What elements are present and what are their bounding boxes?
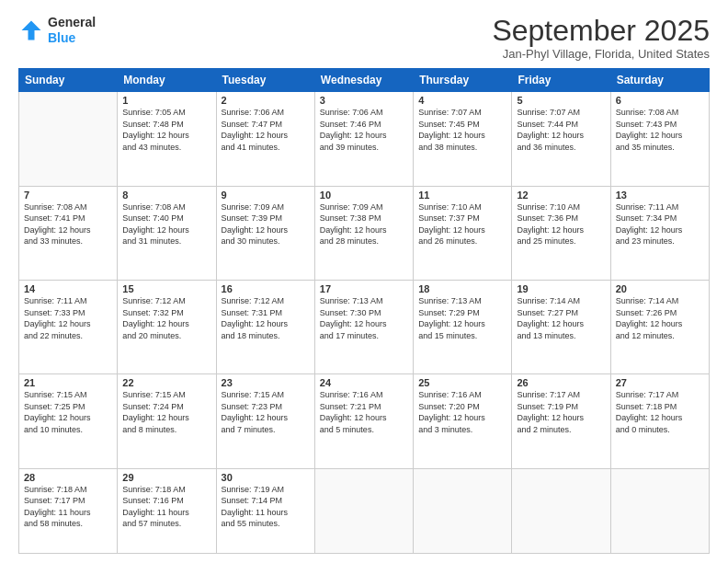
calendar-cell: 18Sunrise: 7:13 AM Sunset: 7:29 PM Dayli… <box>414 280 512 373</box>
location: Jan-Phyl Village, Florida, United States <box>492 47 710 61</box>
day-number: 24 <box>320 377 408 388</box>
calendar-cell: 27Sunrise: 7:17 AM Sunset: 7:18 PM Dayli… <box>610 374 709 468</box>
day-info: Sunrise: 7:17 AM Sunset: 7:19 PM Dayligh… <box>517 389 605 435</box>
calendar-cell: 28Sunrise: 7:18 AM Sunset: 7:17 PM Dayli… <box>19 468 118 553</box>
svg-marker-0 <box>22 20 41 40</box>
calendar-cell: 11Sunrise: 7:10 AM Sunset: 7:37 PM Dayli… <box>414 186 512 280</box>
day-number: 5 <box>517 95 605 106</box>
day-number: 2 <box>222 95 310 106</box>
day-info: Sunrise: 7:14 AM Sunset: 7:27 PM Dayligh… <box>517 295 605 341</box>
day-info: Sunrise: 7:08 AM Sunset: 7:41 PM Dayligh… <box>24 201 112 247</box>
calendar-cell: 22Sunrise: 7:15 AM Sunset: 7:24 PM Dayli… <box>118 374 216 468</box>
day-number: 21 <box>24 377 112 388</box>
calendar-cell: 17Sunrise: 7:13 AM Sunset: 7:30 PM Dayli… <box>314 280 413 373</box>
day-number: 7 <box>24 190 112 201</box>
day-number: 1 <box>122 95 210 106</box>
title-block: September 2025 Jan-Phyl Village, Florida… <box>492 15 710 61</box>
day-number: 8 <box>122 190 210 201</box>
day-info: Sunrise: 7:07 AM Sunset: 7:44 PM Dayligh… <box>517 107 605 153</box>
calendar-cell <box>414 468 512 553</box>
calendar-cell: 9Sunrise: 7:09 AM Sunset: 7:39 PM Daylig… <box>216 186 314 280</box>
day-info: Sunrise: 7:09 AM Sunset: 7:39 PM Dayligh… <box>222 201 310 247</box>
day-info: Sunrise: 7:05 AM Sunset: 7:48 PM Dayligh… <box>122 107 210 153</box>
day-info: Sunrise: 7:15 AM Sunset: 7:23 PM Dayligh… <box>222 389 310 435</box>
day-info: Sunrise: 7:19 AM Sunset: 7:14 PM Dayligh… <box>222 484 310 530</box>
calendar-header-friday: Friday <box>512 69 610 92</box>
calendar-cell: 29Sunrise: 7:18 AM Sunset: 7:16 PM Dayli… <box>118 468 216 553</box>
day-number: 13 <box>616 190 704 201</box>
calendar-header-sunday: Sunday <box>19 69 118 92</box>
calendar-cell: 21Sunrise: 7:15 AM Sunset: 7:25 PM Dayli… <box>19 374 118 468</box>
calendar-header-tuesday: Tuesday <box>216 69 314 92</box>
day-info: Sunrise: 7:15 AM Sunset: 7:25 PM Dayligh… <box>24 389 112 435</box>
day-info: Sunrise: 7:16 AM Sunset: 7:21 PM Dayligh… <box>320 389 408 435</box>
logo-general: General <box>48 15 96 29</box>
calendar-cell <box>512 468 610 553</box>
day-number: 20 <box>616 283 704 294</box>
calendar-cell: 30Sunrise: 7:19 AM Sunset: 7:14 PM Dayli… <box>216 468 314 553</box>
calendar-cell: 20Sunrise: 7:14 AM Sunset: 7:26 PM Dayli… <box>610 280 709 373</box>
calendar-header-thursday: Thursday <box>414 69 512 92</box>
logo-text: General Blue <box>48 15 96 46</box>
calendar-cell: 4Sunrise: 7:07 AM Sunset: 7:45 PM Daylig… <box>414 92 512 186</box>
calendar-cell: 3Sunrise: 7:06 AM Sunset: 7:46 PM Daylig… <box>314 92 413 186</box>
calendar-cell: 25Sunrise: 7:16 AM Sunset: 7:20 PM Dayli… <box>414 374 512 468</box>
month-title: September 2025 <box>492 15 710 47</box>
calendar-cell: 14Sunrise: 7:11 AM Sunset: 7:33 PM Dayli… <box>19 280 118 373</box>
day-number: 14 <box>24 283 112 294</box>
calendar-cell: 23Sunrise: 7:15 AM Sunset: 7:23 PM Dayli… <box>216 374 314 468</box>
day-number: 4 <box>418 95 506 106</box>
day-info: Sunrise: 7:09 AM Sunset: 7:38 PM Dayligh… <box>320 201 408 247</box>
calendar-week-1: 7Sunrise: 7:08 AM Sunset: 7:41 PM Daylig… <box>19 186 710 280</box>
day-number: 15 <box>122 283 210 294</box>
day-number: 26 <box>517 377 605 388</box>
day-info: Sunrise: 7:17 AM Sunset: 7:18 PM Dayligh… <box>616 389 704 435</box>
calendar-header-saturday: Saturday <box>610 69 709 92</box>
calendar-cell: 26Sunrise: 7:17 AM Sunset: 7:19 PM Dayli… <box>512 374 610 468</box>
day-info: Sunrise: 7:07 AM Sunset: 7:45 PM Dayligh… <box>418 107 506 153</box>
calendar-cell <box>314 468 413 553</box>
calendar-cell: 24Sunrise: 7:16 AM Sunset: 7:21 PM Dayli… <box>314 374 413 468</box>
day-info: Sunrise: 7:12 AM Sunset: 7:32 PM Dayligh… <box>122 295 210 341</box>
day-number: 11 <box>418 190 506 201</box>
day-number: 30 <box>222 472 310 483</box>
day-number: 28 <box>24 472 112 483</box>
day-info: Sunrise: 7:10 AM Sunset: 7:37 PM Dayligh… <box>418 201 506 247</box>
calendar-week-3: 21Sunrise: 7:15 AM Sunset: 7:25 PM Dayli… <box>19 374 710 468</box>
day-number: 6 <box>616 95 704 106</box>
day-number: 12 <box>517 190 605 201</box>
calendar-week-0: 1Sunrise: 7:05 AM Sunset: 7:48 PM Daylig… <box>19 92 710 186</box>
day-number: 27 <box>616 377 704 388</box>
calendar-cell: 2Sunrise: 7:06 AM Sunset: 7:47 PM Daylig… <box>216 92 314 186</box>
calendar-cell: 1Sunrise: 7:05 AM Sunset: 7:48 PM Daylig… <box>118 92 216 186</box>
day-info: Sunrise: 7:06 AM Sunset: 7:47 PM Dayligh… <box>222 107 310 153</box>
day-info: Sunrise: 7:11 AM Sunset: 7:34 PM Dayligh… <box>616 201 704 247</box>
calendar-cell: 19Sunrise: 7:14 AM Sunset: 7:27 PM Dayli… <box>512 280 610 373</box>
calendar-cell: 5Sunrise: 7:07 AM Sunset: 7:44 PM Daylig… <box>512 92 610 186</box>
day-number: 9 <box>222 190 310 201</box>
day-info: Sunrise: 7:18 AM Sunset: 7:16 PM Dayligh… <box>122 484 210 530</box>
day-info: Sunrise: 7:11 AM Sunset: 7:33 PM Dayligh… <box>24 295 112 341</box>
header: General Blue September 2025 Jan-Phyl Vil… <box>18 15 710 61</box>
day-number: 10 <box>320 190 408 201</box>
calendar-cell <box>19 92 118 186</box>
calendar-cell: 10Sunrise: 7:09 AM Sunset: 7:38 PM Dayli… <box>314 186 413 280</box>
day-number: 22 <box>122 377 210 388</box>
day-info: Sunrise: 7:13 AM Sunset: 7:30 PM Dayligh… <box>320 295 408 341</box>
calendar-week-4: 28Sunrise: 7:18 AM Sunset: 7:17 PM Dayli… <box>19 468 710 553</box>
day-info: Sunrise: 7:12 AM Sunset: 7:31 PM Dayligh… <box>222 295 310 341</box>
calendar-header-monday: Monday <box>118 69 216 92</box>
day-info: Sunrise: 7:06 AM Sunset: 7:46 PM Dayligh… <box>320 107 408 153</box>
calendar-cell: 16Sunrise: 7:12 AM Sunset: 7:31 PM Dayli… <box>216 280 314 373</box>
day-number: 19 <box>517 283 605 294</box>
day-info: Sunrise: 7:10 AM Sunset: 7:36 PM Dayligh… <box>517 201 605 247</box>
logo-blue: Blue <box>48 30 75 45</box>
day-number: 17 <box>320 283 408 294</box>
day-info: Sunrise: 7:18 AM Sunset: 7:17 PM Dayligh… <box>24 484 112 530</box>
calendar-cell: 8Sunrise: 7:08 AM Sunset: 7:40 PM Daylig… <box>118 186 216 280</box>
logo: General Blue <box>18 15 96 46</box>
day-number: 16 <box>222 283 310 294</box>
day-number: 18 <box>418 283 506 294</box>
day-number: 23 <box>222 377 310 388</box>
calendar-table: SundayMondayTuesdayWednesdayThursdayFrid… <box>18 68 710 554</box>
